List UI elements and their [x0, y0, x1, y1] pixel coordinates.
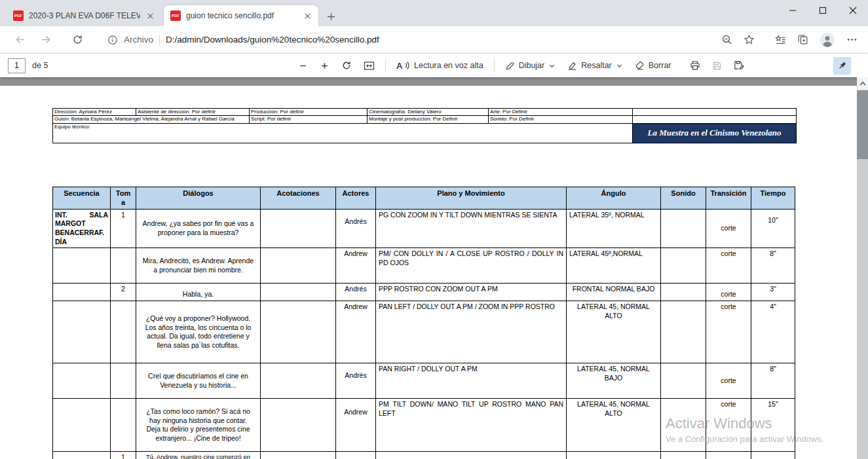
script-row: INT. SALA MARGOT BENACERRAF.DÍA 1 Andrew… — [53, 209, 795, 248]
cell-dialogos: Mira, Andrecito, es Andrew. Aprende a pr… — [136, 248, 261, 284]
script-row: 2 Habla, ya. Andrés PPP ROSTRO CON ZOOM … — [53, 284, 795, 301]
cell-dialogos: Tú, Andrew. nuestro cine comenzó en 1896… — [136, 452, 261, 459]
zoom-out-button[interactable] — [292, 56, 314, 75]
cell-acotaciones — [261, 248, 336, 284]
eraser-icon — [635, 61, 645, 71]
cell-toma: 1 — [111, 452, 136, 459]
file-info-icon[interactable] — [107, 35, 118, 45]
pdf-page: Dirección: Aymara Pérez Asistente de dir… — [0, 86, 857, 459]
col-header-secuencia: Secuencia — [53, 187, 111, 210]
cell-angulo: LATERAL 45º,NORMAL — [567, 248, 661, 284]
cell-secuencia — [53, 301, 111, 363]
draw-label: Dibujar — [519, 61, 545, 70]
chevron-down-icon — [548, 62, 556, 69]
highlight-label: Resaltar — [581, 61, 612, 70]
cell-toma — [111, 363, 136, 399]
cell-angulo: FRONTAL NORMAL — [567, 452, 661, 459]
cell-actores: Andrés — [336, 209, 376, 248]
read-aloud-button[interactable]: A Lectura en voz alta — [390, 56, 489, 75]
script-row: Mira, Andrecito, es Andrew. Aprende a pr… — [53, 248, 795, 284]
cell-transicion: corte — [706, 248, 751, 284]
favorite-star-icon[interactable] — [744, 34, 755, 45]
cell-secuencia — [53, 452, 111, 459]
cell-transicion: corte — [706, 209, 751, 248]
cell-acotaciones — [261, 209, 336, 248]
cell-guion: Guión: Betania Espinoza, Marieangel Viel… — [53, 116, 250, 123]
maximize-button[interactable] — [808, 0, 838, 21]
scrollbar-thumb[interactable] — [857, 90, 868, 159]
browser-tab-2-active[interactable]: PDF guion tecnico sencillo.pdf — [164, 5, 318, 26]
cell-tiempo: 3" — [751, 284, 795, 301]
cell-dialogos: ¿Qué voy a proponer? Hollywood. Los años… — [136, 301, 261, 363]
col-header-acotaciones: Acotaciones — [261, 187, 336, 210]
cell-actores: Andrés — [336, 452, 376, 459]
collections-icon[interactable] — [797, 34, 808, 45]
erase-button[interactable]: Borrar — [629, 56, 677, 75]
cell-sonido — [661, 363, 706, 399]
cell-empty — [633, 116, 797, 123]
save-button[interactable] — [706, 56, 728, 75]
cell-montaje: Montaje y post producción: Por Definir — [368, 116, 489, 123]
cell-actores: Andrés — [336, 284, 376, 301]
address-bar: Archivo D:/admin/Downloads/guion%20tecni… — [0, 26, 868, 54]
profile-avatar[interactable] — [820, 32, 835, 48]
vertical-scrollbar[interactable] — [857, 77, 868, 459]
read-aloud-icon: A — [396, 60, 410, 71]
pin-icon — [837, 61, 847, 71]
cell-angulo: LATERAL 45, NORMAL ALTO — [567, 301, 661, 363]
close-button[interactable] — [838, 0, 868, 21]
page-number-input[interactable] — [8, 58, 26, 73]
col-header-actores: Actores — [336, 187, 376, 210]
cell-direccion: Dirección: Aymara Pérez — [53, 109, 136, 116]
new-tab-button[interactable] — [322, 8, 339, 25]
address-bar-actions — [721, 32, 868, 48]
script-row: ¿Qué voy a proponer? Hollywood. Los años… — [53, 301, 795, 363]
url-text: D:/admin/Downloads/guion%20tecnico%20sen… — [166, 35, 379, 45]
draw-button[interactable]: Dibujar — [499, 56, 562, 75]
zoom-in-button[interactable] — [314, 56, 335, 75]
minimize-button[interactable] — [778, 0, 808, 21]
cell-secuencia — [53, 363, 111, 399]
toolbar-separator — [385, 59, 386, 72]
col-header-plano: Plano y Movimiento — [376, 187, 567, 210]
cell-tiempo: 8" — [751, 248, 795, 284]
zoom-icon[interactable] — [721, 34, 732, 45]
cell-sonido — [661, 301, 706, 363]
cell-secuencia: INT. SALA MARGOT BENACERRAF.DÍA — [53, 209, 111, 248]
cell-transicion: corte — [706, 284, 751, 301]
highlight-button[interactable]: Resaltar — [561, 56, 629, 75]
col-header-tiempo: Tiempo — [751, 187, 795, 210]
url-box[interactable]: Archivo D:/admin/Downloads/guion%20tecni… — [107, 35, 379, 45]
erase-label: Borrar — [649, 61, 671, 70]
scroll-up-icon[interactable] — [857, 77, 868, 90]
read-aloud-label: Lectura en voz alta — [414, 61, 483, 70]
info-row-1: Dirección: Aymara Pérez Asistente de dir… — [53, 109, 797, 116]
tab-close-icon[interactable] — [144, 10, 156, 22]
cell-angulo: FRONTAL NORMAL BAJO — [567, 284, 661, 301]
save-as-button[interactable] — [728, 56, 750, 75]
cell-toma — [111, 301, 136, 363]
refresh-icon[interactable] — [69, 32, 85, 48]
cell-sonido — [661, 284, 706, 301]
fit-to-page-button[interactable] — [358, 56, 381, 75]
chevron-down-icon — [616, 62, 623, 69]
menu-ellipsis-icon[interactable] — [846, 34, 858, 45]
col-header-angulo: Ángulo — [567, 187, 661, 210]
cell-actores: Andrés — [336, 363, 376, 399]
rotate-button[interactable] — [335, 56, 358, 75]
cell-plano: PAN LEFT / DOLLY OUT A PM / ZOOM IN PPP … — [376, 301, 567, 363]
cell-dialogos: Habla, ya. — [136, 284, 261, 301]
cell-angulo: LATERAL 45, NORMAL BAJO — [567, 363, 661, 399]
cell-transicion: corte — [706, 363, 751, 399]
pdf-toolbar: de 5 A Lectura en voz alta Dibujar — [0, 54, 868, 77]
print-button[interactable] — [684, 56, 706, 75]
forward-icon[interactable] — [38, 32, 54, 48]
favorites-bar-icon[interactable] — [775, 34, 786, 45]
pin-toolbar-button[interactable] — [833, 57, 851, 75]
film-title-banner: La Muestra en el Cinismo Venezolano — [633, 124, 796, 143]
cell-toma: 2 — [111, 284, 136, 301]
back-icon[interactable] — [12, 32, 28, 48]
tab-close-icon[interactable] — [301, 10, 313, 22]
browser-tab-1[interactable]: PDF 2020-3 PLAN EVA D06F TELEVIS — [7, 5, 161, 26]
cell-toma — [111, 248, 136, 284]
